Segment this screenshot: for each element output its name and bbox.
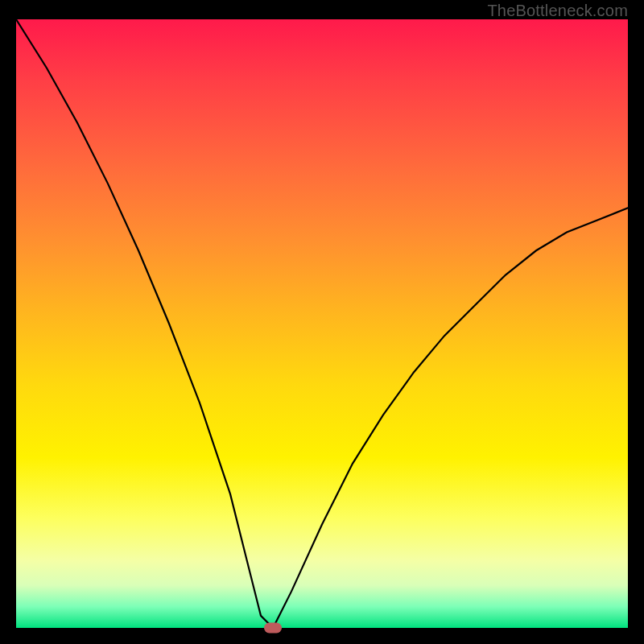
plot-area [16, 19, 628, 628]
watermark-text: TheBottleneck.com [487, 2, 628, 20]
optimal-point-marker [264, 623, 282, 634]
curve-svg [16, 19, 628, 628]
chart-frame: TheBottleneck.com [0, 0, 644, 644]
bottleneck-curve [16, 19, 628, 628]
